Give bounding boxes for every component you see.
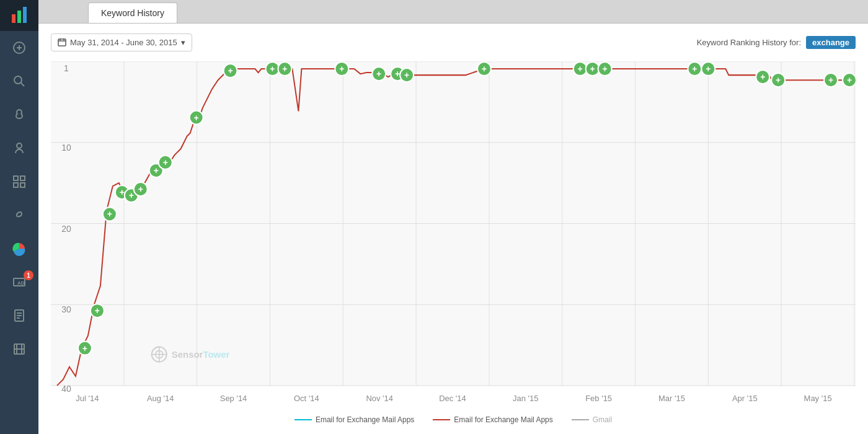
svg-text:+: + [692,64,697,74]
chevron-down-icon: ▾ [181,38,185,47]
svg-text:Sep '14: Sep '14 [220,394,247,403]
sidebar-item-spy[interactable] [0,131,38,165]
svg-rect-2 [23,7,27,23]
svg-text:+: + [138,184,143,194]
svg-text:40: 40 [61,384,71,394]
chart-svg: 1 10 20 30 40 + + [51,61,856,410]
svg-text:+: + [228,66,232,76]
legend-line-red [433,419,450,420]
svg-text:10: 10 [61,143,71,153]
svg-text:+: + [129,190,134,200]
svg-text:Aug '14: Aug '14 [147,394,174,403]
svg-text:+: + [154,166,159,175]
chart-container: May 31, 2014 - June 30, 2015 ▾ Keyword R… [38,24,868,434]
svg-text:+: + [776,75,781,85]
svg-text:+: + [482,64,487,74]
svg-text:SensorTower: SensorTower [172,348,230,359]
legend-item-teal: Email for Exchange Mail Apps [294,415,414,424]
legend-item-red: Email for Exchange Mail Apps [433,415,552,424]
svg-text:Apr '15: Apr '15 [732,394,758,403]
svg-text:+: + [376,69,381,79]
keyword-label-area: Keyword Ranking History for: exchange [697,36,856,49]
svg-point-8 [17,143,22,148]
sidebar-item-search[interactable] [0,64,38,98]
svg-rect-1 [17,11,21,23]
svg-text:Mar '15: Mar '15 [658,394,685,403]
sidebar-item-market[interactable] [0,232,38,265]
svg-text:30: 30 [61,304,71,314]
legend-line-teal [294,419,312,420]
keyword-value-badge: exchange [806,36,856,49]
legend-label-teal: Email for Exchange Mail Apps [316,415,414,424]
legend-label-red: Email for Exchange Mail Apps [454,415,552,424]
svg-text:Nov '14: Nov '14 [366,394,393,403]
sidebar-item-ads[interactable]: AD 1 [0,265,38,299]
legend-line-gray [572,419,589,420]
svg-text:May '15: May '15 [804,394,832,403]
app-logo[interactable] [0,0,38,31]
date-range-picker[interactable]: May 31, 2014 - June 30, 2015 ▾ [51,33,192,51]
sidebar: AD 1 [0,0,38,434]
sidebar-item-grid[interactable] [0,165,38,198]
date-range-text: May 31, 2014 - June 30, 2015 [70,38,177,47]
sidebar-item-export[interactable] [0,332,38,366]
sidebar-item-add[interactable] [0,31,38,64]
svg-text:+: + [107,209,112,219]
svg-rect-0 [12,14,16,23]
svg-line-7 [21,83,25,87]
svg-text:+: + [590,64,595,74]
svg-text:+: + [847,75,852,85]
svg-text:+: + [194,112,199,122]
svg-text:+: + [339,64,344,74]
svg-text:+: + [828,75,833,85]
sidebar-item-reviews[interactable] [0,198,38,232]
sidebar-item-reports[interactable] [0,299,38,332]
svg-rect-13 [20,183,25,187]
svg-text:Jan '15: Jan '15 [513,394,538,403]
svg-text:+: + [395,69,400,79]
legend-item-gray: Gmail [572,415,612,424]
tab-bar: Keyword History [38,0,868,24]
chart-header: May 31, 2014 - June 30, 2015 ▾ Keyword R… [51,33,856,51]
tab-keyword-history[interactable]: Keyword History [88,2,177,23]
svg-text:20: 20 [61,223,71,233]
svg-text:+: + [163,157,168,167]
legend-label-gray: Gmail [593,415,612,424]
svg-point-6 [14,76,22,84]
svg-rect-9 [17,149,21,150]
chart-area: 1 10 20 30 40 + + [51,61,856,410]
svg-rect-10 [14,176,18,180]
svg-text:Dec '14: Dec '14 [439,394,466,403]
svg-text:Oct '14: Oct '14 [294,394,319,403]
svg-rect-12 [14,183,18,187]
svg-text:+: + [270,64,275,74]
svg-rect-24 [58,39,66,46]
svg-text:+: + [578,64,583,74]
svg-text:+: + [706,64,711,74]
svg-text:1: 1 [64,63,69,73]
sidebar-item-brain[interactable] [0,98,38,131]
svg-rect-11 [20,176,25,180]
svg-text:+: + [120,187,125,197]
svg-text:+: + [760,72,765,82]
svg-text:+: + [82,343,87,353]
svg-text:+: + [404,70,409,80]
chart-legend: Email for Exchange Mail Apps Email for E… [51,410,856,424]
svg-text:Jul '14: Jul '14 [76,394,99,403]
svg-text:+: + [95,306,100,316]
svg-text:Feb '15: Feb '15 [585,394,612,403]
svg-text:AD: AD [17,280,25,286]
keyword-label-text: Keyword Ranking History for: [697,38,801,47]
main-content: Keyword History May 31, 2014 - June 30, … [38,0,868,434]
ads-badge: 1 [24,270,33,280]
svg-text:+: + [603,64,608,74]
svg-text:+: + [282,64,287,74]
